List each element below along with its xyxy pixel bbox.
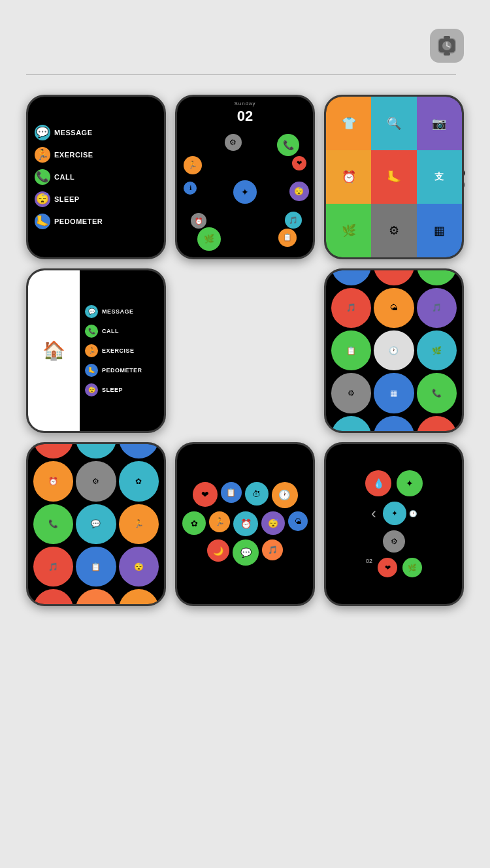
sparse-row-1: 💧 ✦	[333, 470, 455, 496]
icon7-5: ⚙	[76, 461, 116, 501]
list-item-message: 💬 MESSAGE	[32, 123, 160, 142]
icon7-4: ⏰	[33, 461, 73, 501]
s9-star: ✦	[397, 470, 423, 496]
call-label: CALL	[54, 173, 74, 181]
icon-sleep: 😴	[85, 383, 98, 396]
b8-8: 😴	[261, 511, 285, 535]
watch-list-1: 💬 MESSAGE 🏃 EXERCISE 📞 CALL 😴 SLEEP	[28, 97, 164, 257]
spiral-date: 02	[237, 108, 253, 125]
icon-message: 💬	[85, 305, 98, 318]
b8-2: 📋	[221, 482, 242, 503]
watch-list-4: 💬 MESSAGE 📞 CALL 🏃 EXERCISE 🦶 PEDOMETER	[80, 270, 164, 431]
bubble-clock: ⏰	[191, 213, 206, 229]
b8-3: ⏱	[245, 482, 269, 506]
sparse-row-4: 02 ❤ 🌿	[333, 558, 455, 577]
icon-pedometer: 🦶	[85, 364, 98, 377]
watch-3: 👕 🔍 📷 ⏰ 🦶 支 🌿 ⚙ ▦	[324, 95, 464, 259]
sparse-arrow-row: ‹ ✦ 🕐	[333, 502, 455, 525]
svg-rect-2	[444, 52, 450, 56]
s9-drop: 💧	[365, 470, 391, 496]
call-icon: 📞	[35, 169, 50, 185]
home-icon: 🏠	[42, 340, 65, 361]
b8-11: 💬	[233, 539, 259, 566]
s9-heart: ❤	[378, 558, 397, 577]
icon-drop: 💧	[417, 416, 457, 431]
icon-pay: 支	[331, 270, 371, 285]
icon-settings2: ⚙	[331, 373, 371, 413]
icon7-12: 😴	[119, 547, 159, 587]
b8-4: 🕐	[272, 482, 298, 508]
b8-12: 🎵	[262, 539, 283, 560]
left-arrow: ‹	[371, 504, 376, 522]
icon7-7: 📞	[33, 504, 73, 544]
pedometer-icon: 🦶	[35, 214, 50, 229]
cell-pay: 支	[417, 150, 462, 204]
bubble-info: ℹ	[184, 182, 197, 195]
exercise-label: EXERCISE	[54, 151, 93, 159]
cell-search: 🔍	[371, 97, 416, 150]
bubble-heart: ❤	[292, 156, 306, 170]
icon7-13: ❤	[33, 589, 73, 604]
s9-circle-blue: ✦	[383, 502, 406, 525]
cell-lotus: 🌿	[326, 204, 371, 257]
b8-5: ✿	[182, 511, 206, 535]
icon-music2: 🎵	[417, 288, 457, 328]
label-pedometer: PEDOMETER	[102, 367, 142, 374]
spiral-day: Sunday	[234, 101, 255, 106]
watch-screen-2: Sunday 02 ⚙ 📞 🏃 ❤ ℹ 😴 ⏰ 🎵 🌿 📋	[177, 97, 313, 257]
bubble-settings: ⚙	[225, 134, 242, 151]
icon-grid2: ▦	[374, 373, 414, 413]
watch-screen-4: 🏠 💬 MESSAGE 📞 CALL 🏃 EXERCISE	[28, 270, 164, 431]
icon-mic: 🎙	[331, 416, 371, 431]
b8-1: ❤	[193, 482, 218, 507]
bubble-call: 📞	[277, 134, 299, 156]
icon7-2: ✦	[76, 444, 116, 459]
page-container: 💬 MESSAGE 🏃 EXERCISE 📞 CALL 😴 SLEEP	[0, 0, 490, 868]
b8-7: ⏰	[233, 511, 258, 536]
icon7-10: 🎵	[33, 547, 73, 587]
sleep-icon: 😴	[35, 191, 50, 207]
icon7-11: 📋	[76, 547, 116, 587]
list-item-4-message: 💬 MESSAGE	[82, 303, 161, 320]
watch-1: 💬 MESSAGE 🏃 EXERCISE 📞 CALL 😴 SLEEP	[26, 95, 166, 259]
cell-grid: ▦	[417, 204, 462, 257]
app-icon	[430, 29, 464, 63]
watch-screen-6: 支 ❤ 💬 🎵 🌤 🎵 📋 🕐 🌿 ⚙ ▦ 📞 🎙 ✦ 💧	[326, 270, 462, 431]
bubble-ring: ⚙ 📞 🏃 ❤ ℹ 😴 ⏰ 🎵 🌿 📋 ✦	[177, 127, 313, 257]
list-item-pedometer: 🦶 PEDOMETER	[32, 212, 160, 231]
icon-leaf: 🌿	[417, 330, 457, 370]
bubble-steps: 🌿	[197, 227, 221, 251]
list-item-exercise: 🏃 EXERCISE	[32, 145, 160, 165]
spiral-container: Sunday 02 ⚙ 📞 🏃 ❤ ℹ 😴 ⏰ 🎵 🌿 📋	[177, 97, 313, 257]
watch-screen-8: ❤ 📋 ⏱ 🕐 ✿ 🏃 ⏰ 😴 🌤 🌙 💬 🎵	[177, 444, 313, 605]
list-item-4-sleep: 😴 SLEEP	[82, 381, 161, 398]
watch-screen-7: 📋 ✦ 🎙 ⏰ ⚙ ✿ 📞 💬 🏃 🎵 📋 😴 ❤ 💧 😊	[28, 444, 164, 605]
sleep-label: SLEEP	[54, 195, 80, 203]
white-panel: 🏠	[28, 270, 80, 431]
icon7-15: 😊	[119, 589, 159, 604]
s9-settings: ⚙	[383, 530, 405, 553]
message-label: MESSAGE	[54, 129, 93, 137]
icon-clock: 🕐	[374, 330, 414, 370]
icon7-6: ✿	[119, 461, 159, 501]
watches-grid: 💬 MESSAGE 🏃 EXERCISE 📞 CALL 😴 SLEEP	[26, 95, 464, 606]
svg-rect-1	[444, 36, 450, 39]
icon-chat: 💬	[417, 270, 457, 285]
bubble-sleep: 😴	[289, 182, 309, 201]
icon-notes: 📋	[331, 330, 371, 370]
watch-8: ❤ 📋 ⏱ 🕐 ✿ 🏃 ⏰ 😴 🌤 🌙 💬 🎵	[175, 442, 315, 607]
color-grid-3: 👕 🔍 📷 ⏰ 🦶 支 🌿 ⚙ ▦	[326, 97, 462, 257]
s9-clock-text: 🕐	[409, 510, 417, 517]
s9-number: 02	[366, 558, 372, 577]
icon7-9: 🏃	[119, 504, 159, 544]
bubble-fitness: 🏃	[184, 156, 202, 174]
icon-exercise: 🏃	[85, 344, 98, 357]
b8-6: 🏃	[209, 511, 230, 532]
header-section	[26, 26, 464, 75]
list-item-4-pedometer: 🦶 PEDOMETER	[82, 362, 161, 379]
list-item-4-exercise: 🏃 EXERCISE	[82, 342, 161, 359]
icon-music1: 🎵	[331, 288, 371, 328]
b8-9: 🌤	[288, 511, 308, 531]
icon-phone: 📞	[417, 373, 457, 413]
watch-app-icon	[436, 35, 458, 57]
